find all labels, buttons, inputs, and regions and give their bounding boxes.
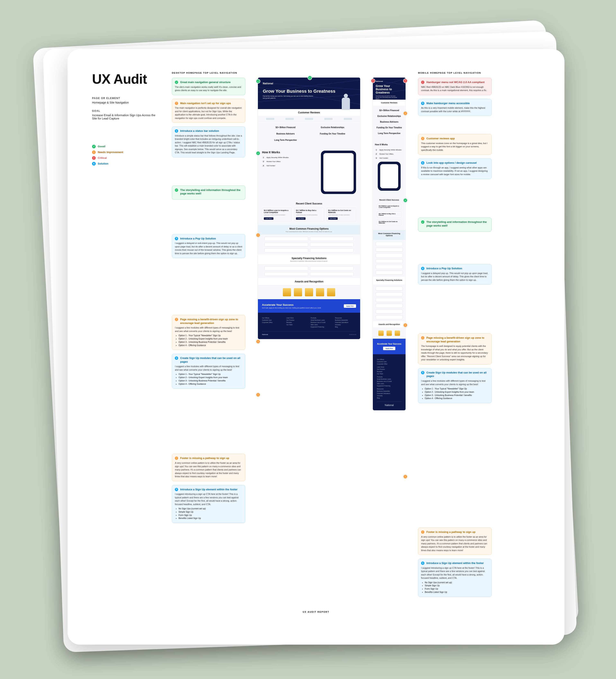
feature-item: Long Term Perspective	[262, 137, 309, 143]
feature-item: $2+ Billion Financed	[262, 124, 309, 131]
hero-illustration	[340, 93, 352, 109]
audit-note: Customer reviews appThis customer review…	[418, 134, 492, 155]
hiw-step: 3Get Funded	[375, 157, 404, 160]
audit-note: Introduce a Pop Up SolutionI suggest a d…	[172, 234, 245, 258]
note-body: I suggest a delayed or exit-intent pop-u…	[175, 241, 242, 255]
note-body: This customer reviews zone on the homepa…	[421, 141, 488, 152]
note-title: Footer is missing a pathway to sign up	[180, 456, 229, 460]
good-icon	[421, 220, 424, 224]
hiw-step: 2Review Your Offers	[262, 160, 317, 163]
sidebar: UX Audit PAGE OR ELEMENT Homepage & Site…	[92, 72, 160, 168]
audit-note: Great main navigation general structureT…	[172, 78, 245, 95]
legend-critical: Critical	[98, 156, 107, 159]
footer-col: ResourcesBusiness NewsletterFinancial Ca…	[335, 316, 356, 328]
note-body: I suggest a few modules with different t…	[175, 326, 242, 333]
hiw-step: 1Apply Securely Within Minutes	[375, 149, 404, 152]
note-title: Create Sign Up modules that can be used …	[426, 371, 488, 378]
marker-needs-icon: !	[403, 111, 408, 116]
desktop-screenshot: National Grow Your Business to Greatness…	[258, 77, 361, 339]
note-body: I suggest a delayed pop up. This would n…	[421, 271, 488, 282]
note-title: Hamburger menu not WCAG 2.0 AA compliant	[426, 80, 484, 84]
note-body: The site's main navigation works really …	[175, 85, 242, 92]
note-list: No Sign Ups (current set up)Simple Sign …	[175, 507, 242, 520]
marker-needs-icon: !	[256, 392, 260, 397]
hiw-step: 1Apply Securely Within Minutes	[262, 156, 317, 159]
goal-label: GOAL	[92, 109, 160, 112]
cta-button[interactable]: Apply Now	[344, 304, 356, 308]
feature-item: Funding On Your Timeline	[309, 131, 356, 137]
audit-note: Make hamburger menu accessibleAs this is…	[418, 99, 492, 116]
note-title: Introduce a Sign Up element within the f…	[426, 561, 484, 565]
audit-note: Introduce a Pop Up SolutionI suggest a d…	[418, 264, 492, 285]
feature-item: Funding On Your Timeline	[375, 125, 404, 131]
desktop-notes-column: DESKTOP HOMEPAGE TOP LEVEL NAVIGATION Gr…	[172, 72, 245, 527]
good-icon	[175, 80, 178, 84]
footer-col: Learn MoreOur ProcessReviewsOur Team	[377, 366, 402, 375]
mobile-notes-column: MOBILE HOMEPAGE TOP LEVEL NAVIGATION Ham…	[418, 72, 492, 601]
audit-note: Look into app options / design carouselI…	[418, 158, 492, 179]
specialty-title: Specialty Financing Solutions	[261, 257, 357, 260]
note-body: A very common online pattern is to utili…	[175, 461, 242, 478]
cta-sub: Don't wait, apply for the funding you ne…	[262, 307, 321, 309]
note-title: Great main navigation general structure	[180, 80, 231, 84]
note-body: The main navigation is perfectly designe…	[175, 106, 242, 120]
needs-icon	[175, 102, 178, 105]
feature-item: Business Advisors	[262, 131, 309, 137]
note-list: No Sign Ups (current set up)Simple Sign …	[421, 581, 488, 594]
brand-logo: National	[376, 80, 403, 82]
note-list: Option 1 - Your Typical "Newsletter" Sig…	[175, 373, 242, 386]
awards-title: Awards and Recognition	[373, 323, 406, 325]
note-body: I suggest introducing a sign up CTA here…	[421, 566, 488, 580]
desktop-screenshot-container: National Grow Your Business to Greatness…	[258, 77, 361, 339]
financing-title: Most Common Financing Options	[376, 232, 403, 236]
audit-note: Page missing a benefit-driven sign up zo…	[418, 333, 492, 364]
financing-sub: From conventional term loans, SBA loans …	[261, 231, 357, 232]
mobile-screenshot-container: National Grow Your Business to Greatness…	[373, 77, 406, 411]
note-list: Option 1 - Your Typical "Newsletter" Sig…	[175, 334, 242, 347]
note-title: The storytelling and information through…	[180, 188, 242, 195]
marker-critical-icon: !	[371, 78, 375, 83]
case-3: $1.2 Million to Cut Costs on Materials	[379, 221, 400, 224]
solution-icon	[175, 129, 178, 133]
solution-icon	[421, 102, 424, 105]
review-logos	[258, 116, 360, 122]
marker-good-icon: ✓	[256, 79, 260, 84]
mobile-section-title: MOBILE HOMEPAGE TOP LEVEL NAVIGATION	[418, 72, 492, 74]
cases-title: Recent Client Success	[262, 202, 356, 205]
case-2: $3.7 Million to Buy Out a Partner	[379, 213, 400, 216]
cases-title: Recent Client Success	[377, 199, 402, 201]
good-icon	[92, 145, 96, 149]
audit-note: Page missing a benefit-driven sign up zo…	[172, 315, 245, 350]
hiw-title: How It Works	[375, 143, 404, 146]
mobile-screenshot: National Grow Your Business to Greatness…	[373, 77, 406, 411]
needs-icon	[421, 336, 424, 340]
solution-icon	[421, 371, 424, 374]
audit-note: Create Sign Up modules that can be used …	[172, 354, 245, 389]
specialty-sub: Restructure or streamline, while positio…	[261, 260, 357, 262]
note-title: Introduce a status bar solution	[180, 129, 219, 133]
footer-col: ProductsSmall Business LoansBusiness Lin…	[377, 376, 402, 387]
audit-note: Main navigation isn't set up for sign up…	[172, 99, 245, 123]
needs-icon	[421, 530, 424, 534]
hiw-step: 3Get Funded	[262, 164, 317, 167]
cta-button[interactable]: Apply Now	[383, 347, 395, 350]
solution-icon	[175, 237, 178, 240]
cta-title: Accelerate Your Success	[377, 343, 402, 345]
marker-needs-icon: !	[403, 323, 408, 327]
note-title: Introduce a Pop Up Solution	[426, 267, 462, 270]
note-title: Footer is missing a pathway to sign up	[426, 530, 476, 534]
footer-brand: National	[385, 404, 394, 407]
case-2: $3.7 Million to Buy Out a Partner	[296, 209, 322, 214]
legend-solution: Solution	[98, 162, 108, 165]
note-title: Page missing a benefit-driven sign up zo…	[426, 336, 488, 343]
device-mockup	[321, 151, 356, 194]
note-body: As this is a very important mobile eleme…	[421, 106, 488, 113]
hero-sub: Fuel all the money you work for. Get mon…	[376, 95, 398, 100]
footer-brand: National	[262, 333, 268, 335]
page-label: PAGE OR ELEMENT	[92, 97, 160, 100]
feature-item: Exclusive Relationships	[309, 124, 356, 131]
financing-title: Most Common Financing Options	[261, 227, 357, 230]
note-body: Introduce a simple status bar that follo…	[175, 134, 242, 154]
audit-note: The storytelling and information through…	[172, 186, 245, 200]
audit-note: Introduce a status bar solutionIntroduce…	[172, 126, 245, 157]
